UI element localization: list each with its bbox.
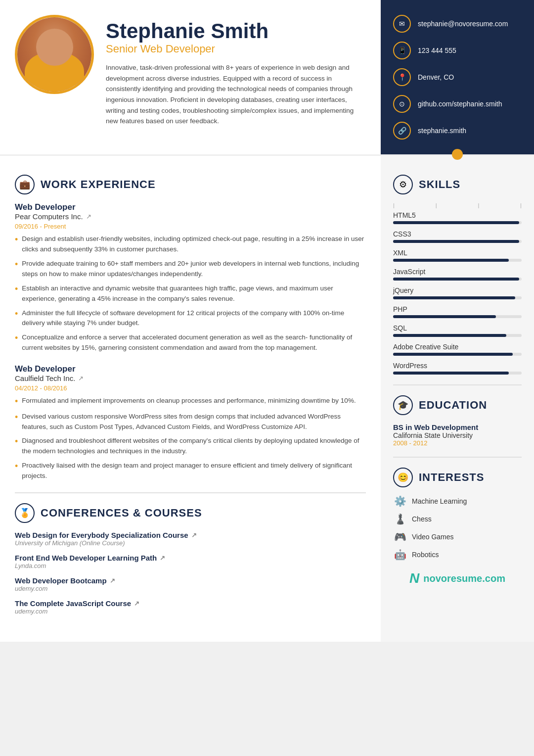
skill-bar-fill xyxy=(393,240,519,243)
skill-item: SQL xyxy=(393,324,522,337)
contact-email: ✉ stephanie@novoresume.com xyxy=(393,15,522,33)
course-1-link-icon[interactable]: ↗ xyxy=(191,531,197,539)
bullet: •Conceptualize and enforce a server that… xyxy=(15,332,366,353)
bullet: •Provide adequate training to 60+ staff … xyxy=(15,259,366,280)
interest-icon: ♟️ xyxy=(393,513,407,525)
person-name: Stephanie Smith xyxy=(106,20,366,43)
education-section-header: 🎓 EDUCATION xyxy=(393,395,522,415)
contact-github[interactable]: ⊙ github.com/stephanie.smith xyxy=(393,95,522,113)
skill-bar-fill xyxy=(393,296,515,299)
course-3: Web Developer Bootcamp ↗ udemy.com xyxy=(15,576,366,592)
job-2-bullets: •Formulated and implement improvements o… xyxy=(15,396,366,481)
interest-item: ⚙️ Machine Learning xyxy=(393,495,522,507)
education-label: EDUCATION xyxy=(419,399,487,412)
skill-item: JavaScript xyxy=(393,268,522,281)
interest-label: Chess xyxy=(412,515,432,523)
conferences-section-header: 🏅 CONFERENCES & COURSES xyxy=(15,503,366,523)
skill-bar-fill xyxy=(393,353,513,356)
avatar xyxy=(15,15,94,94)
skill-bar xyxy=(393,296,522,299)
skill-item: HTML5 xyxy=(393,211,522,224)
bullet: •Diagnosed and troubleshoot different we… xyxy=(15,436,366,457)
skill-bar xyxy=(393,353,522,356)
job-1-title: Web Developer xyxy=(15,202,366,212)
person-title: Senior Web Developer xyxy=(106,43,366,55)
bullet: •Administer the full lifecycle of softwa… xyxy=(15,308,366,329)
contact-portfolio[interactable]: 🔗 stephanie.smith xyxy=(393,122,522,140)
education-icon: 🎓 xyxy=(393,395,413,415)
interests-icon: 😊 xyxy=(393,468,413,487)
job-1: Web Developer Pear Computers Inc. ↗ 09/2… xyxy=(15,202,366,353)
skill-bar-fill xyxy=(393,278,519,281)
skill-label: HTML5 xyxy=(393,211,522,219)
work-experience-label: WORK EXPERIENCE xyxy=(41,178,156,191)
job-2-date: 04/2012 - 08/2016 xyxy=(15,384,366,392)
job-1-bullets: •Design and establish user-friendly webs… xyxy=(15,234,366,353)
edu-1: BS in Web Development California State U… xyxy=(393,423,522,447)
course-1-title: Web Design for Everybody Specialization … xyxy=(15,531,366,539)
skill-label: PHP xyxy=(393,305,522,313)
skill-item: jQuery xyxy=(393,286,522,299)
course-4-org: udemy.com xyxy=(15,608,366,615)
skill-bar-fill xyxy=(393,221,519,224)
logo-text: novoresume.com xyxy=(423,573,505,584)
skill-bar-fill xyxy=(393,259,509,262)
skill-label: SQL xyxy=(393,324,522,332)
skills-icon: ⚙ xyxy=(393,175,413,194)
interests-list: ⚙️ Machine Learning ♟️ Chess 🎮 Video Gam… xyxy=(393,495,522,561)
interests-label: INTERESTS xyxy=(419,471,484,484)
skills-list: HTML5 CSS3 XML JavaScript jQuery PHP SQL xyxy=(393,211,522,375)
edu-1-years: 2008 - 2012 xyxy=(393,439,522,447)
job-1-date: 09/2016 - Present xyxy=(15,223,366,230)
skill-bar-fill xyxy=(393,315,496,318)
course-4-title: The Complete JavaScript Course ↗ xyxy=(15,599,366,608)
job-2-link-icon[interactable]: ↗ xyxy=(78,375,84,382)
person-bio: Innovative, task-driven professional wit… xyxy=(106,62,366,127)
bullet: •Devised various custom responsive WordP… xyxy=(15,412,366,432)
course-3-link-icon[interactable]: ↗ xyxy=(110,577,115,584)
interest-item: 🎮 Video Games xyxy=(393,531,522,543)
skill-label: XML xyxy=(393,249,522,257)
conferences-label: CONFERENCES & COURSES xyxy=(41,507,202,520)
skill-item: XML xyxy=(393,249,522,262)
skill-bar xyxy=(393,221,522,224)
novoresume-logo[interactable]: N novoresume.com xyxy=(393,570,522,586)
course-4-link-icon[interactable]: ↗ xyxy=(134,600,139,607)
interests-section-header: 😊 INTERESTS xyxy=(393,468,522,487)
skill-item: Adobe Creative Suite xyxy=(393,343,522,356)
bullet: •Establish an interactive and dynamic we… xyxy=(15,284,366,304)
course-3-org: udemy.com xyxy=(15,585,366,592)
skill-bar xyxy=(393,259,522,262)
bullet: •Design and establish user-friendly webs… xyxy=(15,234,366,255)
interest-item: 🤖 Robotics xyxy=(393,549,522,561)
job-1-link-icon[interactable]: ↗ xyxy=(86,213,91,220)
edu-1-degree: BS in Web Development xyxy=(393,423,522,431)
interest-icon: ⚙️ xyxy=(393,495,407,507)
skill-bar xyxy=(393,372,522,375)
course-2-link-icon[interactable]: ↗ xyxy=(160,554,165,562)
interest-item: ♟️ Chess xyxy=(393,513,522,525)
contact-sidebar: ✉ stephanie@novoresume.com 📱 123 444 555… xyxy=(381,0,534,154)
job-2-company: Caulfield Tech Inc. ↗ xyxy=(15,374,366,382)
work-icon: 💼 xyxy=(15,175,35,194)
course-2: Front End Web Developer Learning Path ↗ … xyxy=(15,554,366,569)
skill-label: Adobe Creative Suite xyxy=(393,343,522,351)
course-2-org: Lynda.com xyxy=(15,562,366,569)
bullet: •Proactively liaised with the design tea… xyxy=(15,461,366,481)
skills-section-header: ⚙ SKILLS xyxy=(393,175,522,194)
skill-item: PHP xyxy=(393,305,522,318)
skill-bar-fill xyxy=(393,372,509,375)
interest-label: Machine Learning xyxy=(412,497,467,505)
portfolio-icon: 🔗 xyxy=(393,122,411,140)
course-1: Web Design for Everybody Specialization … xyxy=(15,531,366,547)
course-4: The Complete JavaScript Course ↗ udemy.c… xyxy=(15,599,366,615)
skill-label: WordPress xyxy=(393,362,522,370)
job-1-company: Pear Computers Inc. ↗ xyxy=(15,212,366,221)
location-icon: 📍 xyxy=(393,68,411,86)
logo-n-icon: N xyxy=(409,570,419,586)
interest-label: Robotics xyxy=(412,551,439,559)
skill-bar xyxy=(393,334,522,337)
course-2-title: Front End Web Developer Learning Path ↗ xyxy=(15,554,366,562)
bullet: •Formulated and implement improvements o… xyxy=(15,396,366,407)
interest-label: Video Games xyxy=(412,533,454,541)
